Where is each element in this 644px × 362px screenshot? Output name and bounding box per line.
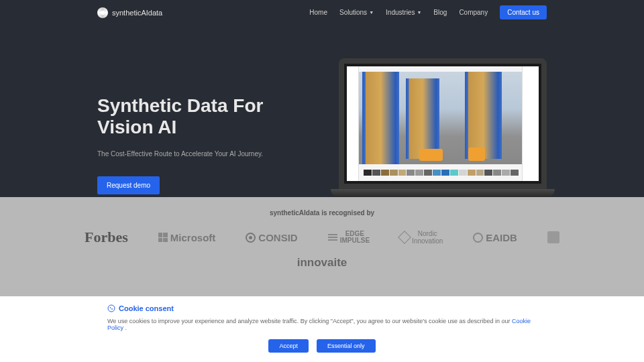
logo-edge-impulse: EDGEIMPULSE bbox=[328, 231, 370, 244]
nav-industries[interactable]: Industries▼ bbox=[386, 9, 421, 16]
hero-section: Synthetic Data For Vision AI The Cost-Ef… bbox=[0, 25, 644, 197]
laptop-mockup bbox=[339, 58, 547, 197]
color-swatch bbox=[493, 170, 501, 176]
consid-icon bbox=[246, 233, 256, 243]
main-nav: Home Solutions▼ Industries▼ Blog Company… bbox=[309, 5, 547, 19]
logo-eaidb: EAIDB bbox=[473, 232, 517, 243]
microsoft-icon bbox=[158, 233, 168, 242]
cookie-header: Cookie consent bbox=[107, 304, 537, 312]
chevron-down-icon: ▼ bbox=[417, 10, 421, 15]
robot bbox=[419, 149, 443, 161]
recognition-title: syntheticAIdata is recognised by bbox=[0, 209, 644, 217]
logo-innovaite: innovaite bbox=[297, 256, 347, 269]
robot bbox=[468, 147, 485, 161]
logo-microsoft: Microsoft bbox=[158, 232, 216, 243]
color-swatch bbox=[502, 170, 510, 176]
logos-row-1: Forbes Microsoft CONSID EDGEIMPULSE Nord… bbox=[0, 229, 644, 246]
shelf bbox=[465, 72, 502, 159]
right-toolbar bbox=[522, 66, 539, 181]
essential-only-button[interactable]: Essential only bbox=[317, 339, 376, 353]
chevron-down-icon: ▼ bbox=[369, 10, 374, 15]
cookie-buttons: Accept Essential only bbox=[107, 339, 537, 353]
header: syntheticAIdata Home Solutions▼ Industri… bbox=[0, 0, 644, 25]
nav-home[interactable]: Home bbox=[309, 9, 327, 16]
logos-row-2: innovaite bbox=[0, 256, 644, 269]
hero-title: Synthetic Data For Vision AI bbox=[97, 95, 319, 138]
nav-solutions[interactable]: Solutions▼ bbox=[339, 9, 374, 16]
logo[interactable]: syntheticAIdata bbox=[97, 7, 162, 18]
laptop-base bbox=[331, 189, 555, 197]
color-swatch bbox=[424, 170, 432, 176]
brand-icon bbox=[97, 7, 108, 18]
left-toolbar bbox=[347, 66, 359, 181]
color-swatch bbox=[433, 170, 441, 176]
contact-button[interactable]: Contact us bbox=[500, 5, 547, 19]
eaidb-icon bbox=[473, 233, 483, 243]
cookie-text: We use cookies to improve your experienc… bbox=[107, 318, 537, 331]
cookie-banner: Cookie consent We use cookies to improve… bbox=[0, 296, 644, 362]
color-swatch bbox=[364, 170, 372, 176]
color-swatch bbox=[450, 170, 458, 176]
svg-point-2 bbox=[112, 309, 113, 310]
brand-name: syntheticAIdata bbox=[112, 9, 162, 17]
color-swatch bbox=[398, 170, 407, 176]
svg-point-0 bbox=[108, 305, 115, 312]
hero-subtitle: The Cost-Effective Route to Accelerate Y… bbox=[97, 150, 319, 158]
edge-icon bbox=[328, 234, 337, 241]
logo-forbes: Forbes bbox=[85, 229, 128, 246]
cookie-title: Cookie consent bbox=[119, 304, 174, 312]
color-swatch bbox=[468, 170, 476, 176]
logo-consid: CONSID bbox=[246, 232, 297, 243]
logo-person-icon bbox=[547, 231, 559, 243]
color-swatch bbox=[484, 170, 492, 176]
cookie-icon bbox=[107, 304, 115, 312]
color-swatch bbox=[441, 170, 449, 176]
warehouse-scene bbox=[359, 72, 522, 164]
app-screenshot bbox=[347, 66, 539, 181]
svg-point-1 bbox=[110, 308, 111, 308]
shelf bbox=[406, 78, 439, 159]
recognition-section: syntheticAIdata is recognised by Forbes … bbox=[0, 197, 644, 300]
nav-company[interactable]: Company bbox=[459, 9, 488, 16]
hero-content: Synthetic Data For Vision AI The Cost-Ef… bbox=[97, 58, 319, 194]
color-swatch bbox=[459, 170, 467, 176]
color-swatch bbox=[415, 170, 423, 176]
color-swatch bbox=[390, 170, 398, 176]
nordic-icon bbox=[398, 231, 411, 244]
logo-nordic: NordicInnovation bbox=[400, 230, 443, 245]
accept-button[interactable]: Accept bbox=[268, 339, 309, 353]
color-swatch bbox=[407, 170, 415, 176]
color-swatch bbox=[476, 170, 484, 176]
color-swatches bbox=[364, 170, 519, 178]
laptop-screen bbox=[339, 58, 547, 189]
shelf bbox=[362, 72, 399, 164]
color-swatch bbox=[381, 170, 389, 176]
request-demo-button[interactable]: Request demo bbox=[97, 176, 160, 194]
color-swatch bbox=[511, 170, 519, 176]
nav-blog[interactable]: Blog bbox=[433, 9, 447, 16]
color-swatch bbox=[372, 170, 380, 176]
